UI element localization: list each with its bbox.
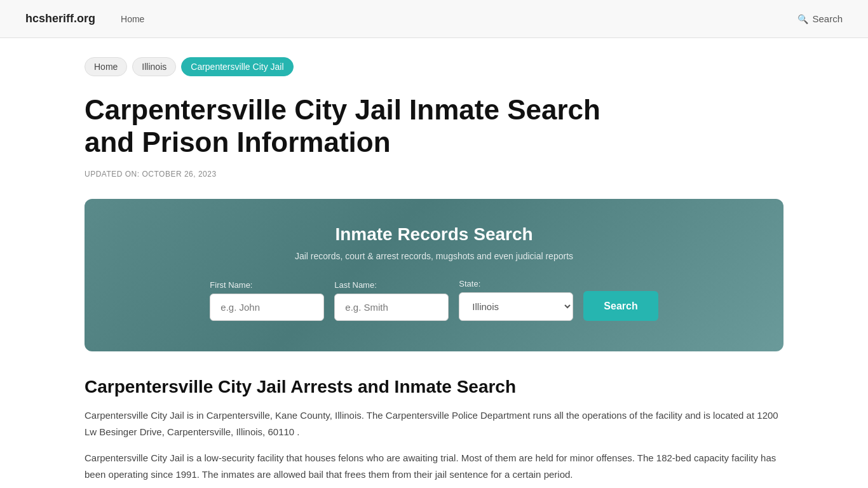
- state-select[interactable]: Illinois Alabama Alaska Arizona Arkansas…: [459, 292, 573, 321]
- main-content: Home Illinois Carpentersville City Jail …: [59, 38, 809, 488]
- last-name-input[interactable]: [334, 294, 449, 321]
- arrests-section-title: Carpentersville City Jail Arrests and In…: [85, 377, 783, 397]
- search-form: First Name: Last Name: State: Illinois A…: [123, 279, 745, 321]
- breadcrumb: Home Illinois Carpentersville City Jail: [85, 57, 783, 76]
- header-search-label: Search: [812, 13, 843, 24]
- state-group: State: Illinois Alabama Alaska Arizona A…: [459, 279, 573, 321]
- arrests-paragraph-1: Carpentersville City Jail is in Carpente…: [85, 407, 783, 440]
- last-name-label: Last Name:: [334, 280, 376, 290]
- page-title: Carpentersville City Jail Inmate Search …: [85, 94, 656, 158]
- breadcrumb-illinois[interactable]: Illinois: [132, 57, 176, 76]
- widget-subtitle: Jail records, court & arrest records, mu…: [123, 251, 745, 261]
- nav-home-link[interactable]: Home: [121, 14, 144, 24]
- breadcrumb-current[interactable]: Carpentersville City Jail: [181, 57, 293, 76]
- widget-title: Inmate Records Search: [123, 224, 745, 245]
- search-button[interactable]: Search: [583, 291, 658, 321]
- header-search-button[interactable]: 🔍 Search: [797, 13, 843, 24]
- last-name-group: Last Name:: [334, 280, 449, 321]
- arrests-section: Carpentersville City Jail Arrests and In…: [85, 377, 783, 482]
- state-label: State:: [459, 279, 480, 288]
- first-name-group: First Name:: [210, 280, 324, 321]
- first-name-label: First Name:: [210, 280, 252, 290]
- first-name-input[interactable]: [210, 294, 324, 321]
- site-header: hcsheriff.org Home 🔍 Search: [0, 0, 868, 38]
- header-left: hcsheriff.org Home: [25, 12, 144, 25]
- site-title: hcsheriff.org: [25, 12, 95, 25]
- inmate-search-widget: Inmate Records Search Jail records, cour…: [85, 199, 783, 351]
- search-icon: 🔍: [797, 14, 808, 24]
- arrests-paragraph-2: Carpentersville City Jail is a low-secur…: [85, 450, 783, 482]
- breadcrumb-home[interactable]: Home: [85, 57, 127, 76]
- updated-date: UPDATED ON: OCTOBER 26, 2023: [85, 170, 783, 179]
